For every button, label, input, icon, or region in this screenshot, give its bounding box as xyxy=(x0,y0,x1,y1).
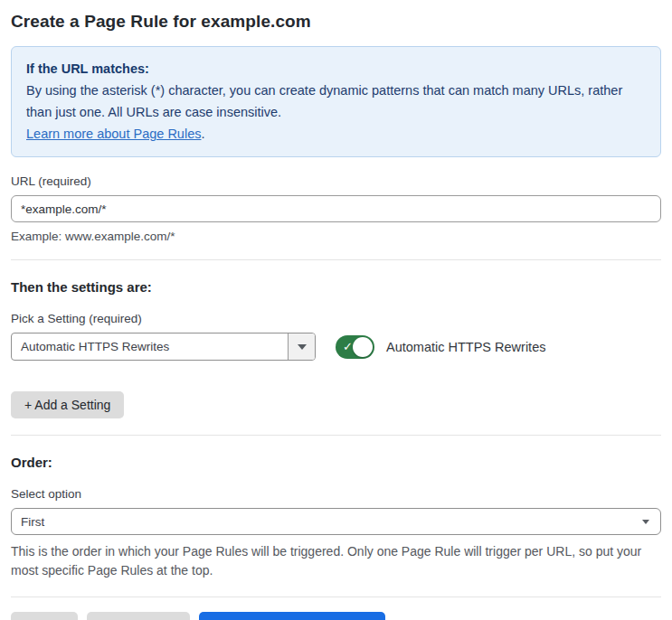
order-select-value: First xyxy=(21,515,642,529)
order-select-label: Select option xyxy=(11,487,661,501)
setting-dropdown-value: Automatic HTTPS Rewrites xyxy=(12,333,288,360)
url-input[interactable] xyxy=(11,195,661,222)
chevron-down-icon xyxy=(642,520,649,524)
cancel-button[interactable]: Cancel xyxy=(11,612,78,620)
form-actions: Cancel Save as Draft Save and Deploy Pag… xyxy=(11,612,661,620)
toggle-knob xyxy=(353,337,373,357)
setting-picker-label: Pick a Setting (required) xyxy=(11,312,661,325)
info-box-heading: If the URL matches: xyxy=(26,58,646,80)
check-icon: ✓ xyxy=(343,341,353,352)
settings-section-heading: Then the settings are: xyxy=(11,279,661,295)
setting-dropdown[interactable]: Automatic HTTPS Rewrites xyxy=(11,333,316,361)
divider xyxy=(11,259,661,260)
url-match-info-box: If the URL matches: By using the asteris… xyxy=(11,46,661,157)
info-box-body: By using the asterisk (*) character, you… xyxy=(26,80,646,123)
learn-more-link[interactable]: Learn more about Page Rules xyxy=(26,127,201,141)
url-field-label: URL (required) xyxy=(11,174,661,188)
order-section-heading: Order: xyxy=(11,455,661,470)
order-select[interactable]: First xyxy=(11,508,661,535)
add-setting-button[interactable]: + Add a Setting xyxy=(11,391,124,418)
page-title: Create a Page Rule for example.com xyxy=(11,12,661,32)
order-help-text: This is the order in which your Page Rul… xyxy=(11,542,661,580)
link-period: . xyxy=(201,127,204,141)
save-as-draft-button[interactable]: Save as Draft xyxy=(87,612,191,620)
divider xyxy=(11,435,661,436)
toggle-label: Automatic HTTPS Rewrites xyxy=(386,340,545,354)
create-page-rule-panel: Create a Page Rule for example.com If th… xyxy=(0,0,672,620)
info-box-link-line: Learn more about Page Rules. xyxy=(26,123,646,145)
url-example-text: Example: www.example.com/* xyxy=(11,230,661,243)
https-rewrites-toggle[interactable]: ✓ xyxy=(336,335,374,359)
save-and-deploy-button[interactable]: Save and Deploy Page Rule xyxy=(199,612,385,620)
chevron-down-icon xyxy=(298,344,307,350)
divider xyxy=(11,597,661,597)
setting-dropdown-arrow-button[interactable] xyxy=(288,333,315,360)
setting-row: Automatic HTTPS Rewrites ✓ Automatic HTT… xyxy=(11,333,661,361)
